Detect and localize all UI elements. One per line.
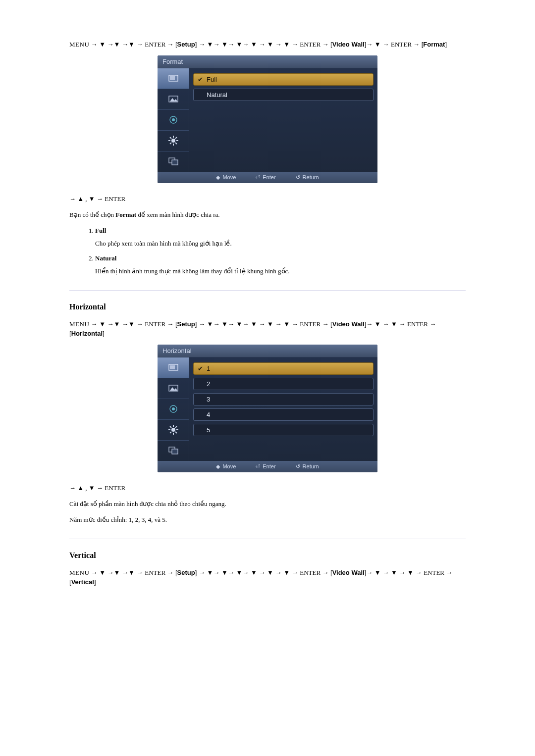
sidebar-multi[interactable]: [158, 441, 189, 461]
svg-line-29: [175, 432, 177, 433]
multi-icon: [168, 445, 179, 456]
list-item: Full Cho phép xem toàn màn hình mà không…: [95, 227, 466, 248]
check-icon: ✔: [198, 365, 203, 372]
osd-option-label: Natural: [207, 91, 227, 99]
svg-line-11: [170, 137, 171, 139]
menu-label: MENU: [69, 41, 89, 48]
osd-option-natural[interactable]: Natural: [193, 89, 374, 101]
nav-post-horizontal: → ▲ , ▼ → ENTER: [69, 484, 466, 492]
svg-marker-3: [170, 98, 177, 101]
osd-footer: ◆ Move ⏎ Enter ↺ Return: [158, 461, 377, 472]
gear-icon: [168, 135, 179, 146]
svg-point-6: [171, 139, 175, 143]
separator: [69, 539, 466, 539]
sound-icon: [168, 114, 179, 125]
check-icon: ✔: [198, 76, 203, 83]
sidebar-sound[interactable]: [158, 399, 189, 420]
svg-marker-20: [170, 387, 177, 391]
svg-point-5: [172, 118, 175, 121]
osd-menu-format: Format: [158, 55, 377, 183]
osd-option-label: 1: [207, 365, 210, 372]
enter-label: ENTER: [391, 41, 412, 48]
enter-label: ENTER: [145, 41, 165, 48]
osd-body: ✔ Full Natural: [158, 68, 377, 172]
term-full: Full: [95, 227, 466, 235]
sidebar-input[interactable]: [158, 357, 189, 378]
arrow-sequence: → ▼ →▼ →▼ →: [91, 41, 145, 48]
footer-enter: ⏎ Enter: [256, 463, 275, 470]
page: MENU → ▼ →▼ →▼ → ENTER → [Setup] → ▼→ ▼→…: [0, 0, 535, 692]
sidebar-input[interactable]: [158, 68, 189, 89]
osd-option-5[interactable]: 5: [193, 424, 374, 436]
osd-option-1[interactable]: ✔ 1: [193, 362, 374, 375]
horizontal-body: Cài đặt số phần màn hình được chia nhỏ t…: [69, 500, 466, 508]
horizontal-levels: Năm mức điều chỉnh: 1, 2, 3, 4, và 5.: [69, 516, 466, 524]
input-icon: [168, 73, 179, 84]
videowall-tag: Video Wall: [332, 41, 365, 48]
list-item: Natural Hiển thị hình ảnh trung thực mà …: [95, 254, 466, 275]
footer-return: ↺ Return: [296, 174, 319, 181]
osd-sidebar: [158, 357, 189, 461]
sidebar-sound[interactable]: [158, 110, 189, 131]
heading-vertical: Vertical: [69, 551, 466, 560]
osd-option-full[interactable]: ✔ Full: [193, 73, 374, 86]
gear-icon: [168, 424, 179, 435]
svg-line-14: [170, 143, 171, 144]
term-natural: Natural: [95, 254, 466, 262]
osd-option-label: 2: [207, 380, 210, 388]
nav-post-format: → ▲ , ▼ → ENTER: [69, 195, 466, 203]
multi-icon: [168, 156, 179, 167]
svg-line-13: [175, 137, 177, 139]
svg-line-28: [170, 426, 171, 428]
svg-line-12: [175, 143, 177, 144]
picture-icon: [168, 94, 179, 104]
svg-point-23: [171, 428, 175, 432]
separator: [69, 290, 466, 291]
osd-option-label: 3: [207, 396, 210, 403]
osd-options: ✔ 1 2 3 4 5: [189, 357, 377, 461]
format-definitions: Full Cho phép xem toàn màn hình mà không…: [69, 227, 466, 275]
enter-label: ENTER: [300, 41, 321, 48]
svg-rect-33: [172, 449, 178, 454]
desc-natural: Hiển thị hình ảnh trung thực mà không là…: [95, 267, 466, 275]
osd-menu-horizontal: Horizontal ✔ 1 2 3 4 5 ◆ Move: [158, 345, 377, 472]
sidebar-setup[interactable]: [158, 131, 189, 151]
sidebar-setup[interactable]: [158, 420, 189, 441]
footer-enter: ⏎ Enter: [256, 174, 275, 181]
osd-option-label: 4: [207, 411, 210, 418]
sidebar-picture[interactable]: [158, 378, 189, 399]
desc-full: Cho phép xem toàn màn hình mà không giới…: [95, 240, 466, 248]
footer-return: ↺ Return: [296, 463, 319, 470]
sound-icon: [168, 403, 179, 414]
svg-line-31: [170, 432, 171, 433]
osd-option-4[interactable]: 4: [193, 408, 374, 421]
osd-footer: ◆ Move ⏎ Enter ↺ Return: [158, 172, 377, 183]
sidebar-picture[interactable]: [158, 89, 189, 110]
osd-sidebar: [158, 68, 189, 172]
format-description: Bạn có thể chọn Format để xem màn hình đ…: [69, 211, 466, 219]
input-icon: [168, 362, 179, 373]
heading-horizontal: Horizontal: [69, 302, 466, 311]
svg-rect-18: [170, 365, 175, 369]
osd-option-2[interactable]: 2: [193, 378, 374, 390]
picture-icon: [168, 383, 179, 394]
osd-title: Horizontal: [158, 345, 377, 357]
sidebar-multi[interactable]: [158, 151, 189, 172]
nav-path-format: MENU → ▼ →▼ →▼ → ENTER → [Setup] → ▼→ ▼→…: [69, 40, 466, 50]
nav-path-vertical: MENU → ▼ →▼ →▼ → ENTER → [Setup] → ▼→ ▼→…: [69, 568, 466, 587]
svg-line-30: [175, 426, 177, 428]
svg-rect-1: [170, 76, 175, 80]
footer-move: ◆ Move: [216, 174, 236, 181]
footer-move: ◆ Move: [216, 463, 236, 470]
osd-options: ✔ Full Natural: [189, 68, 377, 172]
setup-tag: Setup: [177, 41, 195, 48]
osd-option-3[interactable]: 3: [193, 393, 374, 405]
nav-path-horizontal: MENU → ▼ →▼ →▼ → ENTER → [Setup] → ▼→ ▼→…: [69, 319, 466, 339]
osd-option-label: Full: [207, 76, 217, 83]
osd-option-label: 5: [207, 426, 210, 434]
osd-title: Format: [158, 55, 377, 68]
svg-point-22: [172, 407, 175, 410]
osd-body: ✔ 1 2 3 4 5: [158, 357, 377, 461]
format-tag: Format: [423, 41, 445, 48]
svg-rect-16: [172, 160, 178, 165]
